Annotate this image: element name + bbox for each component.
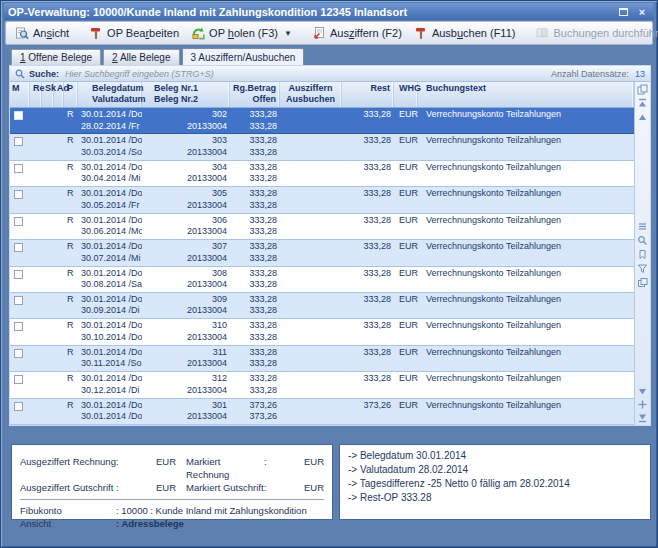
markiert-gutschrift-label: Markiert Gutschrift — [176, 481, 264, 494]
ausziffern-label: Ausziffern (F2) — [330, 27, 402, 39]
table-row[interactable]: R 30.01.2014 /Do30.03.2014 /So 303201330… — [10, 134, 634, 160]
fibukonto-label: Fibukonto — [20, 504, 116, 517]
cell-belegdatum: 30.01.2014 /Do30.03.2014 /So — [78, 134, 142, 159]
header-m[interactable]: M — [10, 82, 30, 107]
row-checkbox[interactable] — [14, 270, 23, 279]
row-checkbox[interactable] — [14, 402, 23, 411]
row-flag: R — [64, 214, 78, 239]
cell-rest: 333,28 — [342, 134, 394, 159]
cell-belegnr: 30620133004 — [142, 214, 230, 239]
cell-buchungstext: Verrechnungskonto Teilzahlungen — [418, 214, 634, 239]
op-bearbeiten-button[interactable]: OP Bearbeiten — [83, 23, 185, 43]
table-row[interactable]: R 30.01.2014 /Do30.08.2014 /Sa 308201330… — [10, 267, 634, 293]
cell-belegdatum: 30.01.2014 /Do30.04.2014 /Mi — [78, 161, 142, 186]
row-checkbox[interactable] — [14, 217, 23, 226]
row-flag: R — [64, 134, 78, 159]
header-rest[interactable]: Rest — [342, 82, 394, 107]
cell-buchungstext: Verrechnungskonto Teilzahlungen — [418, 134, 634, 159]
ausbuchen-button[interactable]: Ausbuchen (F11) — [408, 23, 522, 43]
search-row-icon[interactable] — [637, 235, 648, 246]
row-checkbox[interactable] — [14, 111, 23, 120]
row-checkbox[interactable] — [14, 190, 23, 199]
cell-belegdatum: 30.01.2014 /Do30.08.2014 /Sa — [78, 267, 142, 292]
header-belegdatum[interactable]: BelegdatumValutadatum — [78, 82, 142, 107]
export-icon[interactable] — [637, 277, 648, 288]
row-checkbox[interactable] — [14, 296, 23, 305]
cell-whg: EUR — [394, 346, 418, 371]
scroll-top-icon[interactable] — [637, 98, 648, 109]
table-row[interactable]: R 30.01.2014 /Do30.12.2014 /Di 312201330… — [10, 372, 634, 398]
scroll-down-icon[interactable] — [637, 386, 648, 397]
tab-offene-belege[interactable]: 1 Offene Belege — [11, 49, 101, 65]
bookmark-icon[interactable] — [637, 249, 648, 260]
ansicht-button[interactable]: Ansicht — [9, 23, 75, 43]
table-row[interactable]: R 30.01.2014 /Do30.01.2014 /Do 301201330… — [10, 399, 634, 425]
chevron-down-icon[interactable]: ▼ — [284, 29, 292, 38]
detail-belegdatum: -> Belegdatum 30.01.2014 — [348, 449, 642, 463]
cell-ausziffern — [280, 319, 342, 344]
ausziffern-button[interactable]: Ausziffern (F2) — [306, 23, 408, 43]
tab-ausziffern-ausbuchen[interactable]: 3 Ausziffern/Ausbuchen — [182, 48, 305, 65]
filter-icon[interactable] — [637, 263, 648, 274]
cell-buchungstext: Verrechnungskonto Teilzahlungen — [418, 319, 634, 344]
cell-ausziffern — [280, 187, 342, 212]
header-sk[interactable]: Sk — [42, 82, 54, 107]
cell-whg: EUR — [394, 240, 418, 265]
table-row[interactable]: R 30.01.2014 /Do30.10.2014 /Do 310201330… — [10, 319, 634, 345]
row-checkbox[interactable] — [14, 137, 23, 146]
scroll-bottom-icon[interactable] — [637, 412, 648, 423]
window-title: OP-Verwaltung: 10000/Kunde Inland mit Za… — [8, 6, 612, 18]
cell-ausziffern — [280, 214, 342, 239]
restore-window-icon[interactable] — [615, 5, 631, 18]
cell-rest: 333,28 — [342, 240, 394, 265]
header-rgbetrag[interactable]: Rg.BetragOffen — [230, 82, 280, 107]
header-whg[interactable]: WHG — [394, 82, 418, 107]
cell-belegdatum: 30.01.2014 /Do30.12.2014 /Di — [78, 372, 142, 397]
table-row[interactable]: R 30.01.2014 /Do30.09.2014 /Di 309201330… — [10, 293, 634, 319]
close-icon[interactable]: × — [634, 5, 650, 18]
cell-rgbetrag: 333,28333,28 — [230, 108, 280, 133]
row-checkbox[interactable] — [14, 375, 23, 384]
header-ad[interactable]: Ad — [54, 82, 64, 107]
ausgeziffert-gutschrift-label: Ausgeziffert Gutschrift — [20, 481, 116, 494]
table-row[interactable]: R 30.01.2014 /Do28.02.2014 /Fr 302201330… — [10, 108, 634, 134]
cell-buchungstext: Verrechnungskonto Teilzahlungen — [418, 399, 634, 424]
cell-rest: 333,28 — [342, 267, 394, 292]
header-re[interactable]: Re — [30, 82, 42, 107]
buchungen-durchfuehren-button[interactable]: Buchungen durchführen (F10) — [529, 23, 658, 43]
ansicht-label: Ansicht — [33, 27, 69, 39]
table-row[interactable]: R 30.01.2014 /Do30.06.2014 /Mo 306201330… — [10, 214, 634, 240]
cell-rgbetrag: 333,28333,28 — [230, 134, 280, 159]
row-checkbox[interactable] — [14, 349, 23, 358]
ausgeziffert-rechnung-label: Ausgeziffert Rechnung — [20, 455, 116, 481]
row-checkbox[interactable] — [14, 243, 23, 252]
header-belegnr[interactable]: Beleg Nr.1Beleg Nr.2 — [142, 82, 230, 107]
header-buchungstext[interactable]: Buchungstext — [418, 82, 634, 107]
header-ausziffern[interactable]: AusziffernAusbuchen — [280, 82, 342, 107]
move-icon[interactable] — [637, 399, 648, 410]
cell-whg: EUR — [394, 267, 418, 292]
row-list-icon[interactable] — [637, 221, 648, 232]
search-input[interactable] — [63, 68, 547, 80]
cell-rgbetrag: 333,28333,28 — [230, 240, 280, 265]
cell-buchungstext: Verrechnungskonto Teilzahlungen — [418, 187, 634, 212]
tab-alle-belege[interactable]: 2 Alle Belege — [103, 49, 179, 65]
cell-ausziffern — [280, 161, 342, 186]
cell-ausziffern — [280, 108, 342, 133]
op-holen-label: OP holen (F3) — [209, 27, 278, 39]
row-checkbox[interactable] — [14, 164, 23, 173]
row-flag: R — [64, 240, 78, 265]
cell-rgbetrag: 333,28333,28 — [230, 346, 280, 371]
table-row[interactable]: R 30.01.2014 /Do30.07.2014 /Mi 307201330… — [10, 240, 634, 266]
ausgeziffert-rechnung-value — [126, 455, 152, 481]
table-row[interactable]: R 30.01.2014 /Do30.05.2014 /Fr 305201330… — [10, 187, 634, 213]
copy-grid-icon[interactable] — [637, 84, 648, 95]
op-holen-button[interactable]: OP holen (F3) ▼ — [185, 23, 298, 43]
header-p[interactable]: P — [64, 82, 78, 107]
cell-belegnr: 31020133004 — [142, 319, 230, 344]
table-row[interactable]: R 30.01.2014 /Do30.04.2014 /Mi 304201330… — [10, 161, 634, 187]
row-checkbox[interactable] — [14, 322, 23, 331]
cell-ausziffern — [280, 267, 342, 292]
scroll-up-icon[interactable] — [637, 112, 648, 123]
table-row[interactable]: R 30.01.2014 /Do30.11.2014 /So 311201330… — [10, 346, 634, 372]
